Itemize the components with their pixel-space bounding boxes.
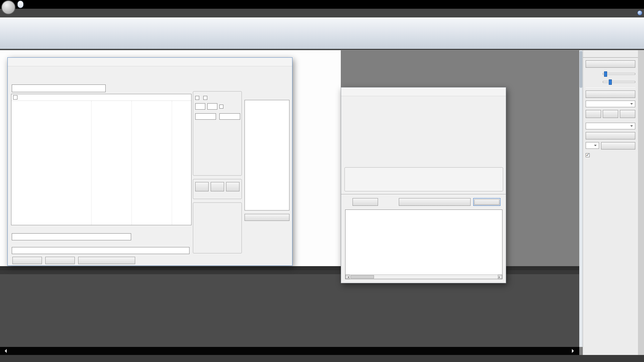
add-bank-button[interactable]: [586, 110, 601, 118]
help-icon[interactable]: [637, 10, 642, 15]
scroll-right-icon[interactable]: [572, 349, 576, 353]
details-scrollbar[interactable]: [345, 275, 502, 279]
geraeteszene-dialog: [7, 57, 292, 266]
app-logo-button[interactable]: [1, 0, 15, 14]
scroll-left-icon[interactable]: [3, 349, 7, 353]
error-ok-button[interactable]: [353, 198, 378, 206]
dialog-maximize-button[interactable]: [267, 58, 279, 66]
column-divider: [91, 101, 92, 225]
quick-access-toolbar: [17, 1, 23, 8]
aktiviert-checkbox[interactable]: [195, 96, 199, 100]
dialog-minimize-button[interactable]: [256, 58, 267, 66]
column-divider: [131, 101, 132, 225]
kanaleinstellungen-group: [193, 91, 242, 176]
new-kanalicon-button[interactable]: [586, 60, 635, 68]
error-details-box: [345, 209, 502, 279]
scroll-left-icon[interactable]: [345, 275, 350, 279]
checkbox-icon: [586, 153, 590, 157]
wert-byte-input[interactable]: [207, 103, 217, 110]
delay-input[interactable]: [219, 113, 240, 120]
status-bar: [0, 355, 644, 362]
delete-command-button[interactable]: [226, 182, 239, 191]
search-input[interactable]: [12, 84, 106, 92]
main-vertical-scrollbar[interactable]: [579, 50, 583, 347]
auto-align-checkbox[interactable]: [586, 152, 635, 158]
edit-bank-button[interactable]: [603, 110, 618, 118]
befehle-group: [193, 179, 242, 199]
scrollbar-thumb[interactable]: [351, 275, 374, 279]
raster-size-select[interactable]: [586, 142, 599, 149]
buehne-select[interactable]: [586, 101, 635, 107]
scene-description-input[interactable]: [12, 247, 190, 254]
select-all-checkbox[interactable]: [13, 95, 17, 100]
spotlight-icon: [12, 68, 29, 85]
wert-zufaellig-checkbox[interactable]: [219, 105, 223, 109]
winkel-slider[interactable]: [603, 73, 635, 75]
ribbon: [0, 17, 644, 50]
dialog-title-bar[interactable]: [8, 58, 292, 66]
ok-button[interactable]: [12, 257, 42, 264]
dialog-icon: [10, 59, 15, 65]
maximize-button[interactable]: [616, 0, 630, 9]
title-bar: [0, 0, 644, 9]
tree-header: [11, 94, 191, 101]
groesse-slider[interactable]: [603, 81, 635, 83]
changed-channels-list[interactable]: [245, 100, 289, 210]
menu-bar: [0, 9, 644, 17]
zufaellig-checkbox[interactable]: [203, 96, 207, 100]
reset-list-button[interactable]: [245, 214, 289, 221]
test-scene-button[interactable]: [78, 257, 135, 264]
wert-percent-input[interactable]: [195, 103, 205, 110]
error-details-text: [347, 210, 502, 274]
divider: [586, 87, 635, 88]
fader-row: [0, 281, 579, 347]
raster-button[interactable]: [601, 142, 635, 149]
dialog-close-button[interactable]: [279, 58, 290, 66]
details-button[interactable]: [473, 198, 500, 206]
fader-horizontal-scrollbar[interactable]: [0, 347, 579, 355]
winkel-slider-handle[interactable]: [604, 71, 607, 77]
copy-report-button[interactable]: [399, 198, 471, 206]
minimize-button[interactable]: [602, 0, 616, 9]
edge-channel-label: [0, 319, 3, 346]
move-target-select[interactable]: [586, 123, 635, 129]
sidebar: [583, 50, 638, 355]
cancel-button[interactable]: [45, 257, 75, 264]
dialog-title-bar[interactable]: [341, 87, 506, 96]
groesse-slider-handle[interactable]: [609, 79, 612, 85]
scene-name-input[interactable]: [12, 233, 131, 240]
device-tree[interactable]: [11, 94, 192, 225]
column-divider: [172, 101, 172, 225]
hintergrund-button[interactable]: [586, 132, 635, 139]
selektion-button[interactable]: [586, 90, 635, 98]
pc-dimmer-logo-icon: [347, 100, 363, 116]
add-command-button[interactable]: [195, 182, 209, 191]
edit-command-button[interactable]: [211, 182, 224, 191]
scrollbar-thumb[interactable]: [580, 51, 582, 88]
fadezeit-input[interactable]: [195, 113, 216, 120]
divider: [341, 194, 506, 195]
fehlerbericht-dialog: [341, 87, 506, 283]
zusatzoptionen-group: [193, 202, 242, 253]
delete-bank-button[interactable]: [620, 110, 635, 118]
scroll-right-icon[interactable]: [498, 275, 502, 279]
error-options-group: [344, 167, 503, 191]
close-button[interactable]: [630, 0, 644, 9]
